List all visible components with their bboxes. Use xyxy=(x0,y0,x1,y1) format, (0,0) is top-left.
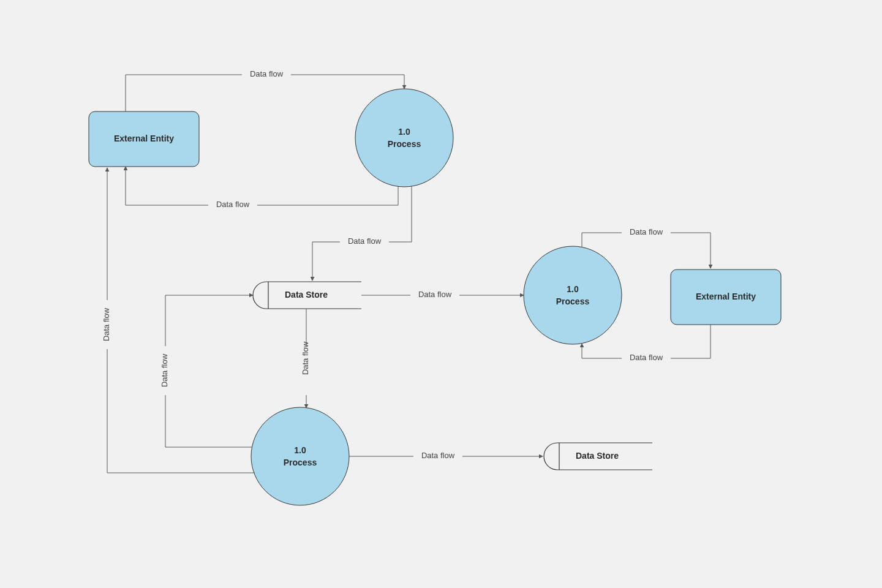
svg-text:Data flow: Data flow xyxy=(216,200,250,209)
svg-text:Data flow: Data flow xyxy=(102,307,111,341)
flow-process1-to-entity1: Data flow xyxy=(126,167,398,211)
svg-point-5 xyxy=(251,407,349,505)
process-2[interactable]: 1.0 Process xyxy=(524,246,622,344)
flow-process3-to-ds2: Data flow xyxy=(349,450,543,462)
svg-point-1 xyxy=(355,89,453,187)
flow-entity1-to-process1: Data flow xyxy=(126,69,404,111)
svg-text:Data flow: Data flow xyxy=(418,290,452,299)
process-3[interactable]: 1.0 Process xyxy=(251,407,349,505)
flow-process3-to-entity1: Data flow xyxy=(101,168,255,473)
data-store-2[interactable]: Data Store xyxy=(544,443,652,470)
svg-text:Data flow: Data flow xyxy=(630,353,663,362)
process-2-name: Process xyxy=(556,296,590,306)
svg-text:Data flow: Data flow xyxy=(630,227,663,236)
external-entity-1-label: External Entity xyxy=(114,134,174,143)
process-2-id: 1.0 xyxy=(567,284,579,294)
data-store-1-label: Data Store xyxy=(285,290,328,300)
process-1-name: Process xyxy=(388,139,421,149)
dfd-canvas: External Entity 1.0 Process Data Store 1… xyxy=(0,0,882,588)
data-store-2-label: Data Store xyxy=(576,451,619,461)
external-entity-2-label: External Entity xyxy=(696,292,756,301)
external-entity-1[interactable]: External Entity xyxy=(89,111,199,167)
process-3-name: Process xyxy=(284,458,317,467)
process-3-id: 1.0 xyxy=(294,445,306,455)
svg-text:Data flow: Data flow xyxy=(160,353,169,387)
svg-text:Data flow: Data flow xyxy=(301,341,310,375)
svg-text:Data flow: Data flow xyxy=(348,236,382,246)
svg-text:Data flow: Data flow xyxy=(250,69,284,78)
svg-point-3 xyxy=(524,246,622,344)
external-entity-2[interactable]: External Entity xyxy=(671,270,781,325)
process-1-id: 1.0 xyxy=(398,127,410,137)
flow-process1-to-ds1: Data flow xyxy=(312,186,412,281)
flow-ds1-to-process2: Data flow xyxy=(361,289,524,301)
flow-process3-to-ds1: Data flow xyxy=(159,295,253,447)
flow-ds1-to-process3: Data flow xyxy=(300,309,312,408)
svg-text:Data flow: Data flow xyxy=(421,451,455,460)
process-1[interactable]: 1.0 Process xyxy=(355,89,453,187)
data-store-1[interactable]: Data Store xyxy=(253,282,361,309)
